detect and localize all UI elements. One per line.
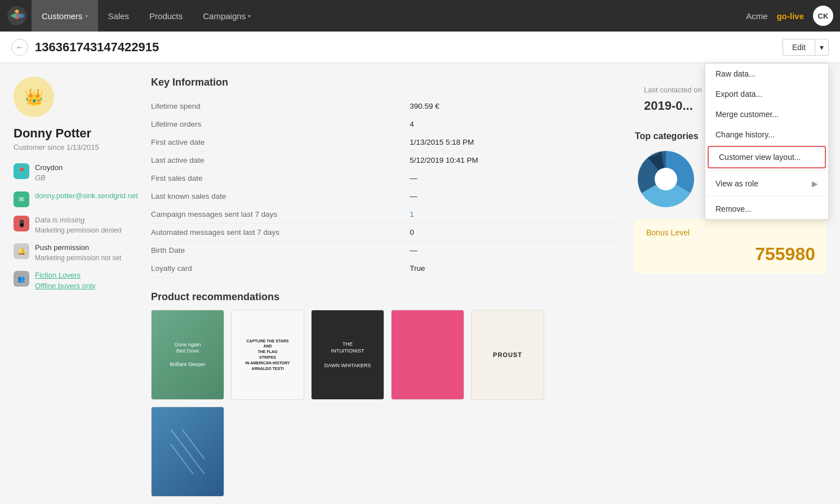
key-info-value: — — [410, 188, 621, 206]
key-info-value: 0 — [410, 224, 621, 242]
push-icon: 🔔 — [14, 243, 29, 259]
left-panel: 👑 Donny Potter Customer since 1/13/2015 … — [14, 77, 137, 497]
pie-chart — [635, 148, 697, 210]
nav-item-customers[interactable]: Customers ▾ — [32, 0, 98, 32]
push-row: 🔔 Push permission Marketing permission n… — [14, 243, 137, 262]
company-name: Acme — [746, 11, 767, 21]
menu-divider-2 — [705, 196, 828, 197]
page-header: ← 136361743147422915 Edit ▾ — [0, 32, 840, 63]
key-info-row: Loyalty cardTrue — [151, 260, 621, 278]
page-header-right: Edit ▾ — [783, 39, 829, 56]
edit-button[interactable]: Edit — [783, 39, 815, 56]
key-info-value: 1 — [410, 206, 621, 224]
submenu-arrow-icon: ▶ — [812, 179, 818, 188]
book-card-6[interactable] — [151, 407, 224, 497]
center-panel: Key Information Lifetime spend390.59 €Li… — [151, 77, 621, 497]
key-info-row: First active date1/13/2015 5:18 PM — [151, 133, 621, 151]
book-cover-3: THEINTUITIONISTDAWN WHITAKERS — [312, 310, 384, 399]
groups-icon: 👥 — [14, 271, 29, 287]
email-link[interactable]: donny.potter@sink.sendgrid.net — [35, 191, 138, 200]
key-info-label: Last active date — [151, 151, 410, 170]
key-info-row: Lifetime spend390.59 € — [151, 97, 621, 115]
book-card-3[interactable]: THEINTUITIONISTDAWN WHITAKERS — [311, 310, 384, 400]
book-cover-6 — [152, 407, 224, 496]
key-info-value: — — [410, 170, 621, 188]
menu-item-customer-view-layout[interactable]: Customer view layout... — [708, 146, 826, 168]
key-info-label: First active date — [151, 133, 410, 151]
menu-item-raw-data[interactable]: Raw data... — [705, 64, 828, 84]
key-info-value: — — [410, 242, 621, 260]
phone-missing: Data is missing — [35, 215, 121, 225]
key-info-table: Lifetime spend390.59 €Lifetime orders4Fi… — [151, 97, 621, 278]
book-cover-2: CAPTURE THE STARSANDTHE FLAGSTRIPESIN AM… — [232, 310, 304, 399]
book-pattern-svg — [171, 429, 205, 474]
svg-point-4 — [655, 168, 677, 190]
key-info-row: Last active date5/12/2019 10:41 PM — [151, 151, 621, 170]
edit-dropdown-button[interactable]: ▾ — [815, 39, 829, 56]
key-info-label: Lifetime orders — [151, 115, 410, 133]
push-secondary: Marketing permission not set — [35, 253, 121, 263]
key-info-row: Lifetime orders4 — [151, 115, 621, 133]
nav-item-products[interactable]: Products — [139, 0, 193, 32]
key-info-value: 390.59 € — [410, 97, 621, 115]
push-label: Push permission — [35, 243, 121, 253]
key-info-label: Last known sales date — [151, 188, 410, 206]
menu-item-view-as-role[interactable]: View as role ▶ — [705, 173, 828, 194]
key-info-row: Automated messages sent last 7 days0 — [151, 224, 621, 242]
book-card-5[interactable]: PROUST — [471, 310, 544, 400]
menu-divider — [705, 171, 828, 171]
top-nav: Customers ▾ Sales Products Campaigns ▾ A… — [0, 0, 840, 32]
dropdown-arrow-icon: ▾ — [820, 43, 824, 52]
groups-row: 👥 Fiction Lovers Offline buyers only — [14, 270, 137, 291]
phone-permission: Marketing permission denied — [35, 226, 121, 235]
customer-id: 136361743147422915 — [35, 40, 159, 55]
nav-items: Customers ▾ Sales Products Campaigns ▾ — [32, 0, 746, 32]
country-label: GB — [35, 173, 63, 183]
book-card-2[interactable]: CAPTURE THE STARSANDTHE FLAGSTRIPESIN AM… — [231, 310, 304, 400]
key-info-row: Birth Date— — [151, 242, 621, 260]
dropdown-menu: Raw data... Export data... Merge custome… — [705, 63, 829, 220]
location-row: 📍 Croydon GB — [14, 163, 137, 183]
page-header-left: ← 136361743147422915 — [11, 39, 159, 56]
menu-item-remove[interactable]: Remove... — [705, 199, 828, 219]
customer-name: Donny Potter — [14, 126, 137, 141]
city-label: Croydon — [35, 163, 63, 173]
key-info-label: Loyalty card — [151, 260, 410, 278]
user-avatar[interactable]: CK — [813, 6, 833, 26]
nav-item-sales[interactable]: Sales — [98, 0, 140, 32]
bonus-card: Bonus Level 755980 — [635, 219, 826, 274]
key-info-label: Campaign messages sent last 7 days — [151, 206, 410, 224]
key-info-label: Birth Date — [151, 242, 410, 260]
menu-item-change-history[interactable]: Change history... — [705, 124, 828, 145]
book-cover-5: PROUST — [472, 310, 544, 399]
crown-icon: 👑 — [24, 88, 44, 106]
key-info-label: Lifetime spend — [151, 97, 410, 115]
campaigns-dropdown-icon: ▾ — [248, 13, 251, 19]
svg-line-2 — [182, 429, 205, 474]
bonus-value: 755980 — [646, 244, 815, 265]
product-rec-title: Product recommendations — [151, 291, 621, 303]
email-row: ✉ donny.potter@sink.sendgrid.net — [14, 191, 137, 207]
golive-label[interactable]: go-live — [777, 11, 804, 21]
key-info-value: 4 — [410, 115, 621, 133]
email-icon: ✉ — [14, 191, 29, 207]
key-info-row: Campaign messages sent last 7 days1 — [151, 206, 621, 224]
svg-line-3 — [171, 429, 193, 474]
book-card-4[interactable] — [391, 310, 464, 400]
back-button[interactable]: ← — [11, 39, 28, 56]
book-cover-4 — [392, 310, 464, 399]
menu-item-export-data[interactable]: Export data... — [705, 84, 828, 104]
menu-item-merge-customer[interactable]: Merge customer... — [705, 104, 828, 124]
phone-icon: 📱 — [14, 216, 29, 231]
group-link-2[interactable]: Offline buyers only — [35, 281, 95, 291]
customers-dropdown-icon: ▾ — [85, 13, 88, 19]
phone-row: 📱 Data is missing Marketing permission d… — [14, 215, 137, 235]
key-info-value: True — [410, 260, 621, 278]
nav-item-campaigns[interactable]: Campaigns ▾ — [193, 0, 261, 32]
group-link-1[interactable]: Fiction Lovers — [35, 270, 95, 280]
app-logo[interactable] — [7, 6, 27, 26]
key-info-row: First sales date— — [151, 170, 621, 188]
book-cover-1: Gone AgainBert DoveBrilliant Sleeper — [152, 310, 224, 399]
book-card-1[interactable]: Gone AgainBert DoveBrilliant Sleeper — [151, 310, 224, 400]
key-info-value: 5/12/2019 10:41 PM — [410, 151, 621, 170]
